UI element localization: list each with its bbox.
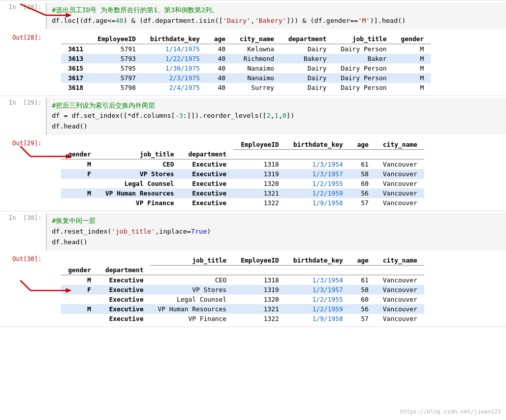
- cell-gender: M: [394, 73, 431, 83]
- cell-birthdate30: 1/3/1957: [286, 285, 350, 295]
- cell-empid30: 1318: [234, 275, 286, 285]
- table-header-row-30b: gender department: [61, 265, 424, 275]
- row-idx: 3615: [61, 63, 90, 73]
- row-dept30: Executive: [98, 314, 150, 324]
- cell-birthdate: 1/30/1975: [143, 63, 207, 73]
- cell-in-30: In [30]: #恢复中间一层 df.reset_index('job_tit…: [0, 211, 506, 252]
- row-idx: 3613: [61, 54, 90, 63]
- table-row: 3613 5793 1/22/1975 40 Richmond Bakery B…: [61, 54, 431, 63]
- row-jobtitle: VP Finance: [98, 198, 181, 208]
- cell-age: 56: [350, 188, 376, 198]
- row-gender30: [61, 314, 98, 324]
- col-header-jobtitle30: job_title: [150, 255, 233, 266]
- code-comment-30: #恢复中间一层: [52, 217, 96, 224]
- cell-in-29: In [29]: #把后三列设为索引后交换内外两层 df = df.set_in…: [0, 96, 506, 137]
- cell-jobtitle: Dairy Person: [334, 44, 394, 54]
- cell-city: Vancouver: [376, 188, 425, 198]
- cell-birthdate30: 1/2/1959: [286, 304, 350, 314]
- col-header-gender2: gender: [61, 149, 98, 159]
- row-gender30: M: [61, 275, 98, 285]
- col-header-age30: age: [350, 255, 376, 266]
- row-jobtitle: Legal Counsel: [98, 179, 181, 188]
- cell-birthdate: 2/3/1975: [143, 73, 207, 83]
- cell-birthdate: 2/4/1975: [143, 83, 207, 92]
- col-header-city2: city_name: [376, 140, 425, 150]
- cell-birthdate: 1/14/1975: [143, 44, 207, 54]
- cell-empid30: 1319: [234, 285, 286, 295]
- table-row: F VP Stores Executive 1319 1/3/1957 58 V…: [61, 169, 424, 179]
- cell-age30: 60: [350, 295, 376, 304]
- col-header-birthdate: birthdate_key: [143, 34, 207, 44]
- code-text-30c: df.head(): [52, 238, 87, 246]
- in-prompt-29: In [29]:: [0, 96, 46, 106]
- col-header-birthdate2: birthdate_key: [286, 140, 350, 150]
- cell-jobtitle: Baker: [334, 54, 394, 63]
- notebook: In [28]: #选出员工ID号 为奇数所在行的第1、第3和倒数第2列。 df…: [0, 0, 506, 327]
- cell-jobtitle: Dairy Person: [334, 63, 394, 73]
- code-30: #恢复中间一层 df.reset_index('job_title',inpla…: [46, 213, 506, 250]
- table-header-row-29a: EmployeeID birthdate_key age city_name: [61, 140, 424, 150]
- col-header-empty-fill30a: [150, 265, 233, 275]
- cell-dept: Dairy: [281, 73, 334, 83]
- cell-out-29: Out[29]: EmployeeID birthdate_key age ci…: [0, 137, 506, 211]
- cell-city30: Vancouver: [376, 314, 425, 324]
- row-dept: Executive: [181, 169, 234, 179]
- cell-birthdate: 1/9/1958: [286, 198, 350, 208]
- row-gender: [61, 198, 98, 208]
- dataframe-28: EmployeeID birthdate_key age city_name d…: [61, 34, 431, 92]
- row-jobtitle: CEO: [98, 159, 181, 170]
- cell-jobtitle30: Legal Counsel: [150, 295, 233, 304]
- cell-city: Nanaimo: [233, 73, 281, 83]
- table-30: job_title EmployeeID birthdate_key age c…: [46, 253, 506, 326]
- cell-dept: Bakery: [281, 54, 334, 63]
- cell-birthdate: 1/22/1975: [143, 54, 207, 63]
- cell-birthdate: 1/3/1957: [286, 169, 350, 179]
- col-header-empid30: EmployeeID: [234, 255, 286, 266]
- code-comment-29: #把后三列设为索引后交换内外两层: [52, 102, 155, 109]
- cell-city: Richmond: [233, 54, 281, 63]
- code-text-30b: df.reset_index('job_title',inplace=True): [52, 228, 211, 235]
- table-row: 3618 5798 2/4/1975 40 Surrey Dairy Dairy…: [61, 83, 431, 92]
- col-header-gender30: gender: [61, 265, 98, 275]
- cell-city30: Vancouver: [376, 285, 425, 295]
- cell-city: Nanaimo: [233, 63, 281, 73]
- cell-birthdate30: 1/3/1954: [286, 275, 350, 285]
- cell-age: 57: [350, 198, 376, 208]
- col-header-empty-fill1: [234, 149, 286, 159]
- dataframe-30: job_title EmployeeID birthdate_key age c…: [61, 255, 424, 324]
- cell-empid30: 1320: [234, 295, 286, 304]
- col-header-dept: department: [281, 34, 334, 44]
- table-28: EmployeeID birthdate_key age city_name d…: [46, 32, 506, 94]
- table-header-row-28: EmployeeID birthdate_key age city_name d…: [61, 34, 431, 44]
- cell-divider-end: [0, 327, 506, 327]
- row-idx: 3618: [61, 83, 90, 92]
- table-row: Executive Legal Counsel 1320 1/2/1955 60…: [61, 295, 424, 304]
- cell-city: Kelowna: [233, 44, 281, 54]
- row-gender30: F: [61, 285, 98, 295]
- cell-empid: 5791: [90, 44, 143, 54]
- row-gender30: M: [61, 304, 98, 314]
- row-idx: 3611: [61, 44, 90, 54]
- cell-body-in-28: #选出员工ID号 为奇数所在行的第1、第3和倒数第2列。 df.loc[(df.…: [46, 1, 506, 31]
- col-header-city30: city_name: [376, 255, 425, 266]
- col-header-empty-fill30d: [350, 265, 376, 275]
- cell-age: 61: [350, 159, 376, 170]
- col-header-gender: gender: [394, 34, 431, 44]
- col-header-idx: [61, 34, 90, 44]
- out-body-30: job_title EmployeeID birthdate_key age c…: [46, 252, 506, 327]
- watermark: https://blog.csdn.net/jjwan123: [400, 408, 501, 415]
- cell-city: Vancouver: [376, 169, 425, 179]
- cell-in-28: In [28]: #选出员工ID号 为奇数所在行的第1、第3和倒数第2列。 df…: [0, 1, 506, 31]
- col-header-empty-fill3: [350, 149, 376, 159]
- col-header-empty-fill30e: [376, 265, 425, 275]
- cell-body-in-29: #把后三列设为索引后交换内外两层 df = df.set_index([*df.…: [46, 96, 506, 137]
- code-29: #把后三列设为索引后交换内外两层 df = df.set_index([*df.…: [46, 98, 506, 135]
- row-dept: Executive: [181, 198, 234, 208]
- table-row: 3615 5795 1/30/1975 40 Nanaimo Dairy Dai…: [61, 63, 431, 73]
- cell-birthdate: 1/2/1955: [286, 179, 350, 188]
- row-dept: Executive: [181, 159, 234, 170]
- cell-jobtitle: Dairy Person: [334, 83, 394, 92]
- out-prompt-29: Out[29]:: [0, 137, 46, 147]
- dataframe-29: EmployeeID birthdate_key age city_name g…: [61, 140, 424, 208]
- cell-city: Vancouver: [376, 179, 425, 188]
